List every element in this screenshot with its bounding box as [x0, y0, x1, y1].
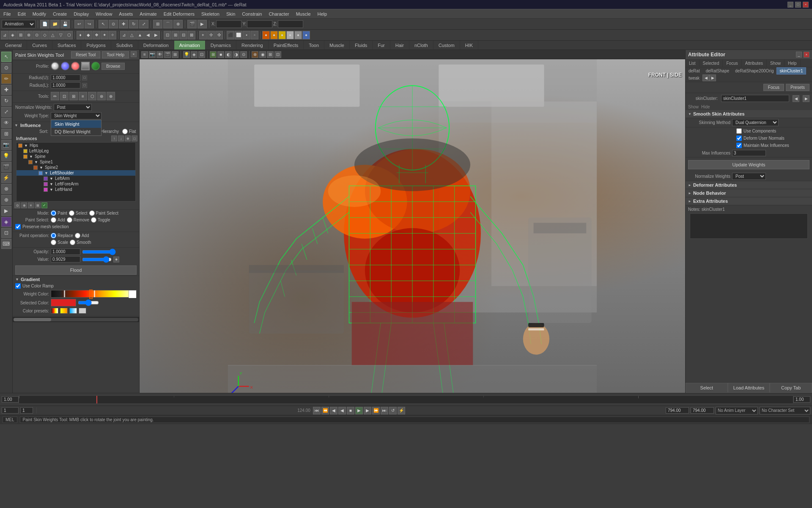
- menu-create[interactable]: Create: [49, 9, 70, 18]
- tab-fur[interactable]: Fur: [373, 41, 390, 50]
- vp-light[interactable]: 💡: [183, 51, 190, 58]
- z-input[interactable]: [278, 20, 303, 28]
- influence-collapse-arrow[interactable]: ▼: [14, 123, 19, 127]
- vp-wire[interactable]: ⊞: [210, 51, 217, 58]
- attr-tab-attributes[interactable]: Attributes: [742, 60, 767, 67]
- go-to-end-button[interactable]: ⏭: [381, 407, 388, 414]
- tb-snap-grid[interactable]: ⊞: [153, 20, 162, 28]
- tb-d3[interactable]: ⊟: [180, 31, 187, 39]
- node-tab-derat[interactable]: deRat: [686, 67, 703, 75]
- tb-redo[interactable]: ↪: [85, 20, 94, 28]
- normalize-weights-select[interactable]: Post Interactive None: [732, 173, 766, 180]
- menu-muscle[interactable]: Muscle: [293, 9, 314, 18]
- preserve-mesh-checkbox[interactable]: [15, 224, 21, 229]
- tb-d2[interactable]: ⊞: [172, 31, 179, 39]
- inf-ctrl-3[interactable]: ≡: [28, 202, 34, 208]
- menu-skin[interactable]: Skin: [223, 9, 239, 18]
- tb-new[interactable]: 📄: [40, 20, 49, 28]
- po-smooth-radio[interactable]: [70, 240, 75, 245]
- tab-painteffects[interactable]: PaintEffects: [269, 41, 304, 50]
- tb-viewport-2[interactable]: ⬜: [235, 31, 242, 39]
- value-input[interactable]: [51, 256, 80, 262]
- tab-muscle[interactable]: Muscle: [324, 41, 350, 50]
- tb-b4[interactable]: ✦: [101, 31, 108, 39]
- attr-tab-help[interactable]: Help: [785, 60, 801, 67]
- skincluster-next[interactable]: ▶: [803, 95, 809, 102]
- attr-tab-selected[interactable]: Selected: [700, 60, 723, 67]
- profile-circle-1[interactable]: [51, 62, 59, 70]
- influence-leftforearm[interactable]: ▼ LeftForeArm: [16, 181, 135, 187]
- tb-f3[interactable]: ●: [278, 31, 286, 39]
- influence-leftupleg[interactable]: LeftUpLeg: [16, 148, 135, 154]
- vp-panels[interactable]: ⊞: [172, 51, 178, 58]
- step-back-button[interactable]: ◀: [330, 407, 337, 414]
- influence-btn-3[interactable]: ⊕: [125, 135, 131, 141]
- tab-animation[interactable]: Animation: [174, 41, 206, 50]
- node-tab-skincluster1[interactable]: skinCluster1: [776, 67, 806, 75]
- value-slider[interactable]: [82, 257, 112, 262]
- anim-layer-select[interactable]: No Anim Layer: [716, 407, 758, 414]
- tab-subdivs[interactable]: Subdivs: [111, 41, 138, 50]
- dropdown-dq-blend[interactable]: DQ Blend Weight: [51, 128, 101, 135]
- menu-modify[interactable]: Modify: [29, 9, 49, 18]
- presets-button[interactable]: Presets: [786, 84, 809, 91]
- update-weights-button[interactable]: Update Weights: [688, 160, 809, 169]
- select-button[interactable]: Select: [686, 383, 728, 393]
- tool-rotate[interactable]: ↻: [1, 96, 11, 106]
- skinning-method-select[interactable]: Dual Quaternion Linear Weight Blended: [732, 119, 779, 126]
- menu-file[interactable]: File: [0, 9, 14, 18]
- current-frame-input[interactable]: [2, 407, 19, 414]
- tb-scale[interactable]: ⤢: [139, 20, 148, 28]
- script-label[interactable]: MEL: [3, 417, 17, 423]
- radius-u-input[interactable]: 1.0000: [51, 75, 80, 81]
- tool-render[interactable]: 🎬: [1, 162, 11, 172]
- tb-move[interactable]: ✚: [119, 20, 128, 28]
- tool-layout[interactable]: ⊡: [1, 228, 11, 238]
- menu-edit-deformers[interactable]: Edit Deformers: [160, 9, 198, 18]
- tb-b2[interactable]: ◆: [85, 31, 92, 39]
- tab-custom[interactable]: Custom: [433, 41, 460, 50]
- vp-smooth[interactable]: ⊙: [240, 51, 247, 58]
- use-components-checkbox[interactable]: [736, 128, 742, 134]
- panel-close-icon[interactable]: ×: [131, 51, 137, 57]
- tb-c5[interactable]: ▶: [152, 31, 160, 39]
- influence-hips[interactable]: ▼ Hips: [16, 143, 135, 148]
- node-tab-prev-arrow[interactable]: ◀: [702, 75, 709, 81]
- profile-circle-2[interactable]: [61, 62, 69, 70]
- timeline-bar[interactable]: [19, 395, 793, 404]
- influence-leftshoulder[interactable]: ▼ LeftShoulder: [16, 170, 135, 176]
- ps-add-radio[interactable]: [51, 217, 56, 223]
- profile-square[interactable]: [81, 62, 90, 70]
- preset-3[interactable]: [69, 308, 77, 314]
- influence-btn-1[interactable]: ↑: [111, 135, 117, 141]
- mode-paintselect-radio[interactable]: [89, 210, 95, 216]
- go-to-next-key-button[interactable]: ⏩: [372, 407, 380, 414]
- value-eyedropper-icon[interactable]: ◈: [113, 257, 119, 262]
- panel-scrollbar[interactable]: [13, 316, 139, 322]
- tb-anim-1[interactable]: ⊿: [1, 31, 8, 39]
- smooth-skin-section-header[interactable]: ▼ Smooth Skin Attributes: [686, 110, 812, 118]
- po-replace-radio[interactable]: [51, 233, 56, 238]
- tab-rendering[interactable]: Rendering: [236, 41, 269, 50]
- notes-textarea[interactable]: [690, 213, 808, 239]
- tool-camera[interactable]: 📷: [1, 140, 11, 150]
- tb-open[interactable]: 📁: [50, 20, 60, 28]
- tb-ipr[interactable]: ▶: [198, 20, 207, 28]
- weight-type-select[interactable]: Skin Weight DQ Blend Weight: [51, 112, 102, 119]
- frame-end-input[interactable]: [691, 407, 714, 414]
- vp-grid[interactable]: ⊞: [267, 51, 274, 58]
- go-to-prev-key-button[interactable]: ⏪: [321, 407, 329, 414]
- tb-f5[interactable]: ●: [294, 31, 302, 39]
- maintain-influences-checkbox[interactable]: [736, 143, 742, 148]
- y-input[interactable]: [247, 20, 272, 28]
- gradient-marker-1[interactable]: [64, 290, 65, 297]
- node-tab-tweak[interactable]: tweak: [686, 75, 702, 82]
- tool-anim[interactable]: ▶: [1, 206, 11, 216]
- menu-window[interactable]: Window: [92, 9, 115, 18]
- tab-dynamics[interactable]: Dynamics: [206, 41, 236, 50]
- tool-scale[interactable]: ⤢: [1, 107, 11, 117]
- tool-snap[interactable]: ⊞: [1, 129, 11, 139]
- influence-spine[interactable]: ▼ Spine: [16, 154, 135, 159]
- tool-help-button[interactable]: Tool Help: [102, 51, 129, 58]
- influence-lefthand[interactable]: ▼ LeftHand: [16, 187, 135, 192]
